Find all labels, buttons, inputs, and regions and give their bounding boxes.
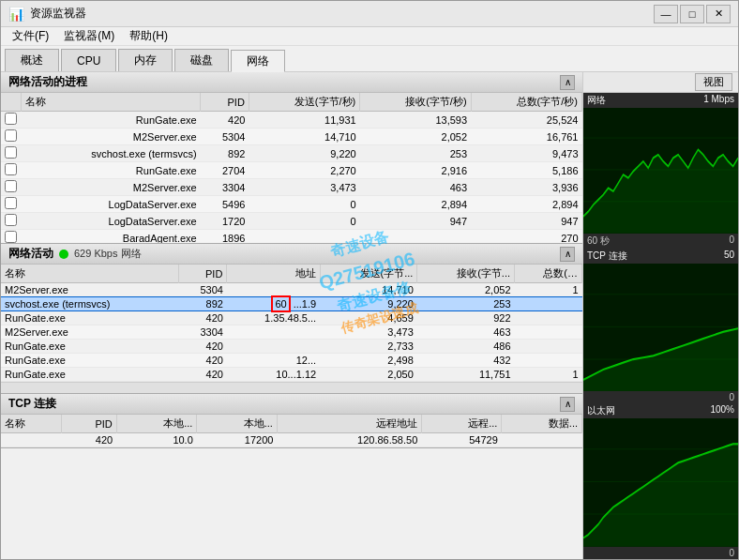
window-title: 资源监视器 — [30, 6, 86, 22]
row-pid: 420 — [179, 311, 227, 325]
row-check[interactable] — [1, 213, 21, 230]
chart-ethernet-value: 100% — [710, 404, 734, 417]
menu-monitor[interactable]: 监视器(M) — [56, 26, 122, 46]
row-name: M2Server.exe — [21, 129, 201, 145]
col-total: 总数(字节/秒) — [471, 93, 581, 112]
table-row: M2Server.exe 5304 14,710 2,052 1 — [1, 283, 582, 297]
col-tcp-remote-addr: 远程地址 — [277, 415, 421, 433]
row-name: svchost.exe (termsvcs) — [21, 145, 201, 162]
row-recv: 11,751 — [417, 368, 515, 382]
tab-memory[interactable]: 内存 — [118, 49, 173, 71]
row-total: 16,761 — [471, 129, 581, 145]
tcp-table-container[interactable]: 名称 PID 本地... 本地... 远程地址 远程... 数据... 420 — [1, 415, 582, 447]
menu-help[interactable]: 帮助(H) — [122, 26, 175, 46]
network-activity-expand[interactable]: ∧ — [560, 247, 575, 262]
row-remote: 54729 — [421, 433, 502, 447]
network-activity-table: 名称 PID 地址 发送(字节... 接收(字节... 总数(… M2Serve… — [1, 265, 582, 382]
network-activity-title-area: 网络活动 629 Kbps 网络 — [8, 246, 142, 262]
table-row: svchost.exe (termsvcs) 892 9,220 253 9,4… — [1, 145, 582, 162]
chart-network-bottom: 60 秒 0 — [583, 234, 738, 249]
col-check — [1, 93, 21, 112]
tcp-section: TCP 连接 ∧ 名称 PID 本地... 本地... 远程地址 远程.. — [1, 394, 582, 448]
chart-network-title: 网络 — [587, 94, 606, 107]
row-total — [515, 354, 582, 368]
tab-network[interactable]: 网络 — [231, 50, 285, 72]
network-processes-section: 网络活动的进程 ∧ 名称 PID 发送(字节/秒) 接收(字节/秒) 总 — [1, 72, 582, 244]
row-pid: 420 — [179, 354, 227, 368]
row-addr: 1.35.48.5... — [227, 311, 320, 325]
chart-tcp-bottom-right: 0 — [729, 392, 734, 402]
title-bar: 📊 资源监视器 — □ ✕ — [1, 1, 738, 27]
close-button[interactable]: ✕ — [706, 5, 731, 23]
title-bar-left: 📊 资源监视器 — [8, 6, 86, 22]
row-check[interactable] — [1, 230, 21, 244]
right-panel: 视图 网络 1 Mbps — [583, 72, 738, 559]
table-row: RunGate.exe 420 12... 2,498 432 — [1, 354, 582, 368]
menu-file[interactable]: 文件(F) — [5, 26, 56, 46]
row-name: RunGate.exe — [21, 162, 201, 179]
tab-bar: 概述 CPU 内存 磁盘 网络 — [1, 46, 738, 72]
network-activity-header-row: 名称 PID 地址 发送(字节... 接收(字节... 总数(… — [1, 265, 582, 283]
row-check[interactable] — [1, 162, 21, 179]
chart-tcp-svg — [583, 264, 738, 392]
row-send: 3,473 — [249, 179, 359, 196]
chart-network-svg — [583, 108, 738, 234]
row-recv: 463 — [417, 325, 515, 340]
row-send: 2,498 — [320, 354, 417, 368]
chart-tcp-area — [583, 264, 738, 392]
table-row: RunGate.exe 420 11,931 13,593 25,524 — [1, 112, 582, 129]
table-row: 420 10.0 17200 120.86.58.50 54729 — [1, 433, 582, 447]
chart-network-bottom-right: 0 — [729, 235, 734, 248]
chart-ethernet-bottom: 0 — [583, 547, 738, 559]
table-row: M2Server.exe 3304 3,473 463 — [1, 325, 582, 340]
network-processes-expand[interactable]: ∧ — [560, 75, 575, 90]
row-recv — [360, 230, 471, 244]
row-name: LogDataServer.exe — [21, 213, 201, 230]
network-processes-table-container[interactable]: 名称 PID 发送(字节/秒) 接收(字节/秒) 总数(字节/秒) RunGat… — [1, 93, 582, 243]
maximize-button[interactable]: □ — [680, 5, 704, 23]
row-recv: 253 — [360, 145, 471, 162]
table-row: LogDataServer.exe 1720 0 947 947 — [1, 213, 582, 230]
row-check[interactable] — [1, 196, 21, 213]
row-total — [515, 340, 582, 354]
chart-tcp-value: 50 — [724, 250, 734, 263]
row-pid: 1720 — [201, 213, 249, 230]
row-check[interactable] — [1, 129, 21, 145]
col-pid: PID — [201, 93, 249, 112]
network-activity-table-container[interactable]: 名称 PID 地址 发送(字节... 接收(字节... 总数(… M2Serve… — [1, 265, 582, 382]
chart-ethernet: 以太网 100% 0 — [583, 403, 738, 559]
row-pid: 420 — [62, 433, 116, 447]
tab-overview[interactable]: 概述 — [5, 49, 59, 71]
view-button[interactable]: 视图 — [695, 73, 732, 91]
row-total: 947 — [471, 213, 581, 230]
row-check[interactable] — [1, 112, 21, 129]
row-check[interactable] — [1, 179, 21, 196]
col-tcp-name: 名称 — [1, 415, 62, 433]
tcp-expand[interactable]: ∧ — [560, 397, 575, 412]
row-pid: 420 — [201, 112, 249, 129]
horizontal-scrollbar[interactable] — [1, 382, 582, 393]
main-window: 📊 资源监视器 — □ ✕ 文件(F) 监视器(M) 帮助(H) 概述 CPU … — [0, 0, 739, 560]
minimize-button[interactable]: — — [654, 5, 678, 23]
row-pid: 3304 — [201, 179, 249, 196]
network-activity-header: 网络活动 629 Kbps 网络 ∧ — [1, 244, 582, 265]
row-send: 2,270 — [249, 162, 359, 179]
row-name: M2Server.exe — [1, 283, 179, 297]
right-panel-header: 视图 — [583, 72, 738, 93]
row-name: M2Server.exe — [21, 179, 201, 196]
chart-network-area — [583, 108, 738, 234]
row-name: RunGate.exe — [1, 368, 179, 382]
row-addr: 12... — [227, 354, 320, 368]
row-check[interactable] — [1, 145, 21, 162]
table-row: LogDataServer.exe 5496 0 2,894 2,894 — [1, 196, 582, 213]
row-total: 1 — [515, 368, 582, 382]
tab-cpu[interactable]: CPU — [61, 49, 116, 71]
row-pid: 1896 — [201, 230, 249, 244]
row-total: 3,936 — [471, 179, 581, 196]
network-indicator-dot — [59, 250, 68, 259]
tab-disk[interactable]: 磁盘 — [174, 49, 229, 71]
row-total — [515, 325, 582, 340]
row-local2: 17200 — [197, 433, 278, 447]
row-name: RunGate.exe — [21, 112, 201, 129]
row-total: 1 — [515, 283, 582, 297]
